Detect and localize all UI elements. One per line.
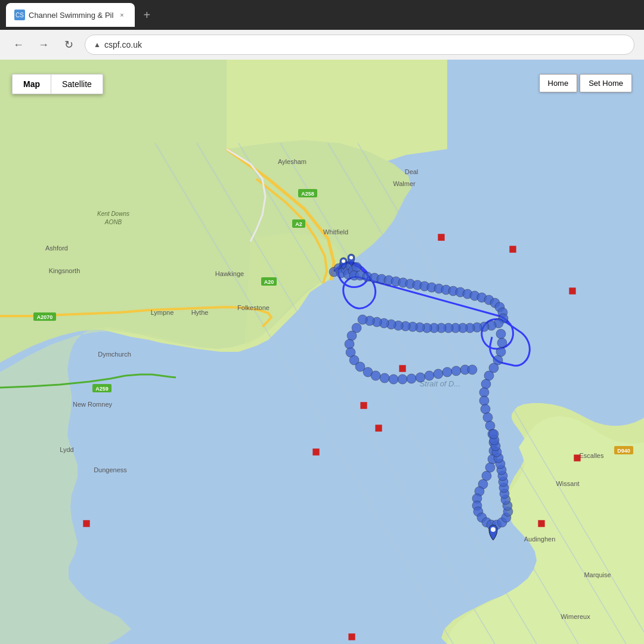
back-button[interactable]: ←	[10, 39, 27, 51]
tab-close-button[interactable]: ×	[117, 10, 126, 20]
svg-text:D940: D940	[617, 448, 630, 454]
tab-favicon: CS	[14, 10, 25, 20]
svg-text:Escalles: Escalles	[580, 452, 604, 459]
svg-text:Hythe: Hythe	[191, 309, 209, 316]
svg-text:Wissant: Wissant	[556, 480, 579, 487]
svg-point-133	[425, 371, 434, 380]
svg-point-54	[349, 256, 353, 259]
home-button[interactable]: Home	[539, 74, 578, 92]
svg-text:Aylesham: Aylesham	[278, 158, 306, 165]
svg-text:Kingsnorth: Kingsnorth	[49, 267, 80, 274]
satellite-button[interactable]: Satellite	[51, 75, 103, 94]
map-svg: Aylesham Deal Walmer Kent Downs AONB Whi…	[0, 60, 644, 644]
new-tab-button[interactable]: +	[138, 7, 155, 23]
svg-text:Lydd: Lydd	[60, 446, 73, 453]
address-lock-icon: ▲	[94, 41, 101, 49]
svg-text:Kent Downs: Kent Downs	[97, 210, 129, 217]
svg-text:A258: A258	[301, 191, 314, 197]
map-type-control: Map Satellite	[12, 74, 103, 94]
svg-text:Ashford: Ashford	[45, 244, 68, 252]
svg-point-132	[416, 373, 425, 382]
svg-point-115	[482, 471, 491, 481]
svg-point-160	[491, 527, 496, 532]
svg-text:A259: A259	[95, 386, 109, 392]
svg-text:A2070: A2070	[37, 314, 53, 320]
svg-text:Marquise: Marquise	[584, 571, 611, 578]
svg-point-109	[485, 421, 495, 431]
svg-text:Folkestone: Folkestone	[237, 304, 270, 311]
svg-point-98	[496, 329, 506, 339]
svg-text:Dymchurch: Dymchurch	[98, 351, 131, 358]
svg-text:Deal: Deal	[405, 168, 419, 175]
address-text: cspf.co.uk	[104, 40, 142, 49]
svg-point-107	[481, 404, 490, 414]
svg-point-128	[380, 373, 389, 383]
svg-point-114	[485, 463, 495, 472]
svg-point-129	[389, 374, 398, 384]
svg-point-136	[451, 366, 461, 376]
set-home-button[interactable]: Set Home	[580, 74, 632, 92]
address-bar[interactable]: ▲ cspf.co.uk	[85, 35, 634, 55]
svg-point-134	[434, 369, 443, 379]
svg-point-97	[358, 315, 367, 324]
svg-point-105	[479, 388, 489, 397]
navbar: ← → ↻ ▲ cspf.co.uk	[0, 30, 644, 60]
svg-point-106	[479, 396, 489, 405]
titlebar: CS Channel Swimming & Pil × +	[0, 0, 644, 30]
svg-text:Hawkinge: Hawkinge	[215, 270, 244, 277]
svg-text:A2: A2	[295, 221, 302, 227]
svg-text:New Romney: New Romney	[73, 401, 113, 408]
svg-text:Strait of D...: Strait of D...	[420, 379, 461, 388]
svg-point-122	[345, 339, 354, 349]
svg-point-138	[467, 365, 477, 374]
map-button[interactable]: Map	[13, 75, 51, 94]
svg-text:Whitfield: Whitfield	[323, 228, 348, 236]
svg-text:Wimereux: Wimereux	[561, 613, 590, 620]
tab-bar: CS Channel Swimming & Pil × +	[6, 3, 155, 27]
svg-point-108	[483, 413, 493, 422]
favicon-text: CS	[16, 12, 24, 18]
svg-text:Dungeness: Dungeness	[94, 466, 127, 473]
svg-text:Walmer: Walmer	[393, 180, 416, 187]
svg-point-127	[371, 371, 380, 380]
svg-point-51	[352, 262, 361, 272]
svg-point-104	[481, 379, 491, 389]
svg-text:Audinghen: Audinghen	[524, 535, 556, 543]
svg-point-103	[484, 371, 494, 380]
map-container: Aylesham Deal Walmer Kent Downs AONB Whi…	[0, 60, 644, 644]
svg-text:AONB: AONB	[104, 219, 122, 225]
active-tab[interactable]: CS Channel Swimming & Pil ×	[6, 3, 135, 27]
svg-point-99	[497, 338, 507, 348]
tab-title: Channel Swimming & Pil	[29, 11, 113, 20]
home-controls: Home Set Home	[539, 74, 633, 92]
svg-text:Lympne: Lympne	[151, 309, 174, 316]
svg-text:A20: A20	[264, 279, 274, 285]
svg-point-135	[442, 367, 452, 377]
reload-button[interactable]: ↻	[60, 38, 78, 51]
svg-point-130	[398, 374, 407, 384]
svg-point-100	[496, 347, 506, 357]
forward-button[interactable]: →	[35, 39, 52, 51]
svg-point-53	[342, 259, 345, 263]
svg-point-121	[347, 331, 357, 340]
svg-point-131	[407, 374, 416, 383]
svg-point-159	[489, 429, 499, 439]
